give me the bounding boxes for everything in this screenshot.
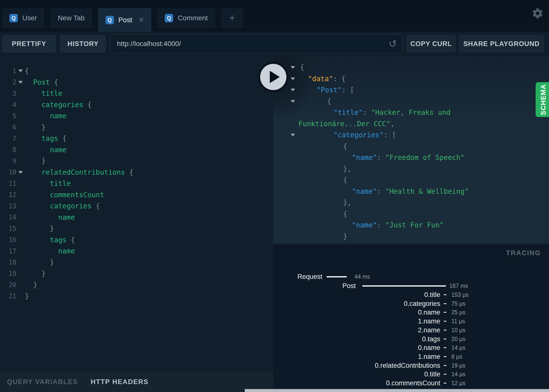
- tracing-panel: TRACING Request44 msPost167 ms0.title153…: [273, 244, 549, 392]
- trace-field-row: 0.title14 μs: [273, 370, 549, 379]
- trace-dash: [444, 374, 446, 375]
- trace-span-time: 44 ms: [355, 272, 370, 281]
- response-text: },: [343, 197, 352, 208]
- http-headers-tab[interactable]: HTTP HEADERS: [91, 378, 149, 386]
- code-segment: {: [58, 134, 67, 143]
- trace-field-time: 19 μs: [451, 361, 466, 370]
- chevron-down-icon[interactable]: [18, 81, 23, 84]
- code-segment: relatedContributions: [25, 168, 125, 176]
- chevron-down-icon[interactable]: [291, 134, 295, 136]
- chevron-down-icon[interactable]: [291, 77, 295, 80]
- editor-line: 15 }: [0, 223, 273, 234]
- chevron-down-icon[interactable]: [291, 66, 295, 69]
- response-segment: {: [343, 210, 347, 218]
- trace-field-time: 14 μs: [451, 370, 466, 379]
- response-line: Funktionäre...Der CCC",: [273, 118, 549, 130]
- response-line: {: [273, 174, 549, 186]
- chevron-down-icon[interactable]: [18, 171, 23, 174]
- trace-field-row: 0.tags20 μs: [273, 335, 549, 343]
- code-text: }: [25, 223, 54, 234]
- line-number: 8: [0, 146, 16, 153]
- fold-column: [16, 171, 25, 174]
- share-playground-button[interactable]: SHARE PLAYGROUND: [459, 35, 544, 53]
- code-text: }: [25, 155, 46, 167]
- trace-field-label: 0.commentsCount: [386, 379, 440, 388]
- trace-span-row: Request44 ms: [273, 272, 549, 281]
- editor-line: 1{: [0, 65, 273, 77]
- code-segment: tags: [25, 134, 58, 143]
- query-variables-tab[interactable]: QUERY VARIABLES: [7, 378, 78, 386]
- response-segment: {: [327, 97, 331, 105]
- code-text: relatedContributions {: [25, 167, 133, 178]
- new-tab-button[interactable]: +: [221, 8, 243, 28]
- top-bar: QUserNew TabQPost✕QComment +: [0, 0, 549, 32]
- response-line: ]: [273, 242, 549, 244]
- trace-span-time: 167 ms: [449, 281, 468, 290]
- prettify-button[interactable]: PRETTIFY: [2, 35, 56, 53]
- editor-line: 9 }: [0, 155, 273, 167]
- chevron-down-icon[interactable]: [291, 89, 295, 91]
- trace-dash: [444, 347, 446, 348]
- response-segment: "Health & Wellbeing": [385, 187, 469, 196]
- trace-field-row: 0.name25 μs: [273, 308, 549, 317]
- trace-dash: [444, 330, 446, 331]
- schema-sidebar-tab[interactable]: SCHEMA: [536, 82, 549, 117]
- code-segment: Post: [33, 78, 50, 86]
- horizontal-scrollbar[interactable]: [245, 389, 549, 392]
- code-segment: title: [25, 179, 71, 188]
- code-segment: {: [125, 168, 134, 176]
- trace-dash: [444, 312, 446, 313]
- response-text: {: [343, 174, 347, 186]
- trace-field-row: 0.name14 μs: [273, 343, 549, 352]
- response-segment: : [: [342, 86, 354, 94]
- settings-button[interactable]: [532, 7, 544, 19]
- trace-field-label: 0.tags: [422, 335, 440, 343]
- tab-new-tab[interactable]: New Tab: [50, 8, 92, 28]
- endpoint-url-input[interactable]: [110, 40, 388, 48]
- chevron-down-icon[interactable]: [18, 70, 23, 72]
- trace-field-label: 2.name: [418, 326, 440, 335]
- editor-line: 7 tags {: [0, 133, 273, 144]
- code-text: {: [25, 65, 29, 77]
- play-icon: [270, 71, 280, 83]
- plus-icon: +: [229, 12, 235, 24]
- code-segment: [25, 78, 33, 86]
- copy-curl-button[interactable]: COPY CURL: [406, 35, 456, 53]
- close-icon[interactable]: ✕: [139, 16, 144, 24]
- editor-line: 17 name: [0, 245, 273, 257]
- response-line: "Post": [: [273, 84, 549, 96]
- trace-dash: [444, 383, 446, 384]
- response-line: },: [273, 197, 549, 208]
- line-number: 1: [0, 67, 16, 75]
- trace-field-label: 0.name: [418, 308, 440, 317]
- code-segment: }: [25, 292, 29, 300]
- response-line: "title": "Hacker, Freaks und: [273, 107, 549, 118]
- code-segment: commentsCount: [25, 191, 104, 199]
- tab-comment[interactable]: QComment: [157, 8, 215, 28]
- line-number: 3: [0, 90, 16, 97]
- response-line: {: [273, 96, 549, 107]
- line-number: 12: [0, 191, 16, 198]
- tab-user[interactable]: QUser: [2, 8, 44, 28]
- trace-dash: [444, 294, 446, 295]
- line-number: 6: [0, 123, 16, 131]
- trace-duration-bar: [327, 276, 347, 277]
- response-text: "name": "Health & Wellbeing": [352, 186, 469, 197]
- code-segment: }: [25, 281, 37, 289]
- code-segment: {: [25, 67, 29, 75]
- code-segment: name: [25, 247, 75, 255]
- execute-query-button[interactable]: [258, 62, 289, 92]
- editor-line: 11 title: [0, 178, 273, 189]
- tab-post[interactable]: QPost✕: [98, 8, 152, 32]
- response-line: }: [273, 231, 549, 242]
- code-text: categories {: [25, 200, 100, 212]
- history-button[interactable]: HISTORY: [60, 35, 106, 53]
- query-editor[interactable]: 1{2 Post {3 title4 categories {5 name6 }…: [0, 56, 273, 372]
- line-number: 19: [0, 270, 16, 277]
- response-segment: },: [343, 198, 352, 207]
- chevron-down-icon[interactable]: [291, 100, 295, 103]
- line-number: 18: [0, 259, 16, 266]
- editor-line: 4 categories {: [0, 99, 273, 111]
- reload-icon[interactable]: ↺: [388, 39, 397, 49]
- line-number: 9: [0, 157, 16, 165]
